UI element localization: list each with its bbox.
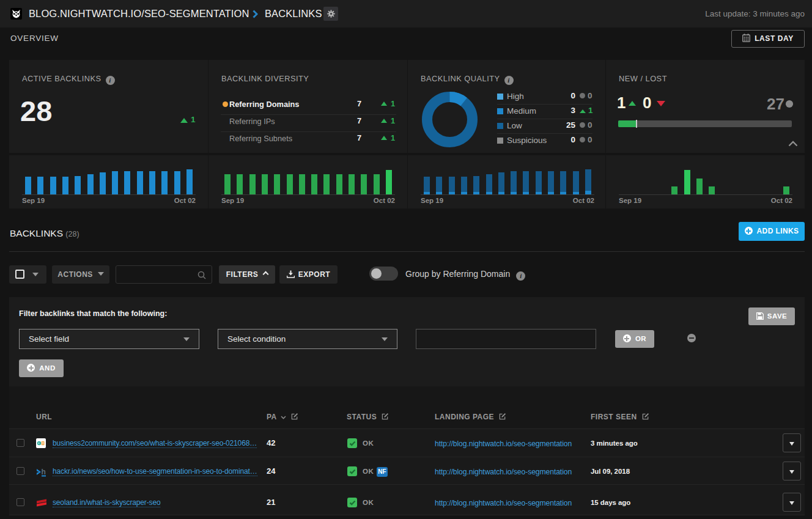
svg-text:h: h	[42, 468, 46, 476]
